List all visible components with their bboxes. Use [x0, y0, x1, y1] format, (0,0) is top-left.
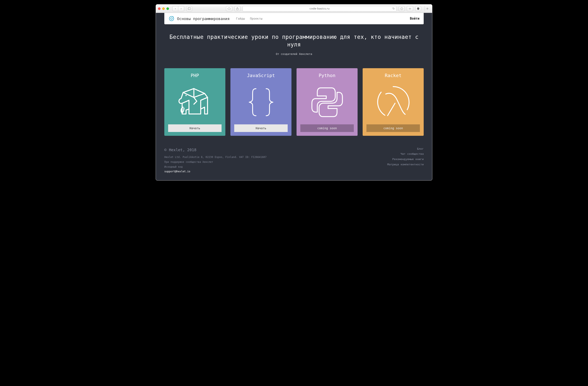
hero-subtitle: От создателей Хекслета: [168, 52, 420, 56]
svg-point-7: [171, 18, 172, 20]
page-content: Основы программирования Гайды Проекты Во…: [156, 13, 432, 180]
brand[interactable]: Основы программирования: [168, 16, 230, 21]
menu-projects[interactable]: Проекты: [250, 17, 262, 20]
hero-title: Бесплатные практические уроки по програм…: [168, 33, 420, 49]
footer-link-books[interactable]: Рекомендуемые книги: [387, 157, 424, 162]
address-bar[interactable]: code-basics.ru ↻: [242, 6, 397, 11]
footer-support-text: При поддержке сообщества Хекслет: [164, 160, 387, 164]
nav-forward-button[interactable]: ›: [178, 6, 184, 11]
python-snakes-icon: [300, 80, 354, 124]
card-js-cta[interactable]: Начать: [234, 124, 288, 132]
footer-copyright: © Hexlet, 2018: [164, 146, 387, 154]
card-php-cta[interactable]: Начать: [168, 124, 222, 132]
new-tab-button[interactable]: +: [424, 6, 430, 11]
reload-icon[interactable]: ↻: [392, 7, 395, 10]
adblock-button[interactable]: [415, 6, 421, 11]
card-php-title: PHP: [191, 73, 199, 78]
site-menu: Гайды Проекты: [236, 17, 262, 20]
browser-window: ‹ › code-basics.ru ↻ +: [156, 4, 432, 181]
card-py-title: Python: [319, 73, 336, 78]
hero: Бесплатные практические уроки по програм…: [156, 24, 432, 58]
card-racket[interactable]: Racket coming soon: [363, 68, 424, 136]
nav-back-forward: ‹ ›: [172, 6, 184, 11]
sidebar-toggle-button[interactable]: [186, 6, 192, 11]
menu-guides[interactable]: Гайды: [236, 17, 245, 20]
svg-point-5: [401, 9, 402, 9]
card-php[interactable]: PHP Начать: [164, 68, 225, 136]
share-button[interactable]: [234, 6, 240, 11]
cards-grid: PHP Начать JavaScript: [156, 58, 432, 144]
footer-link-chat[interactable]: Чат сообщества: [387, 151, 424, 157]
brand-title: Основы программирования: [177, 17, 230, 21]
site-footer: © Hexlet, 2018 Hexlet Ltd. Puolikkotie 8…: [156, 144, 432, 180]
reader-button[interactable]: [399, 6, 405, 11]
card-py-cta: coming soon: [300, 124, 354, 132]
site-nav: Основы программирования Гайды Проекты Во…: [164, 13, 424, 24]
footer-source-link[interactable]: Исходный код: [164, 164, 387, 169]
login-link[interactable]: Войти: [410, 17, 420, 20]
footer-right: Блог Чат сообщества Рекомендуемые книги …: [387, 146, 424, 174]
window-maximize-button[interactable]: [167, 7, 169, 10]
nav-back-button[interactable]: ‹: [172, 6, 178, 11]
racket-lambda-icon: [366, 80, 420, 124]
card-javascript[interactable]: JavaScript Начать: [231, 68, 292, 136]
address-bar-url: code-basics.ru: [310, 7, 330, 10]
window-controls: [158, 7, 169, 10]
footer-link-blog[interactable]: Блог: [387, 146, 424, 152]
footer-address: Hexlet Ltd. Puolikkotie 8, 02230 Espoo, …: [164, 155, 387, 160]
svg-point-8: [186, 95, 187, 96]
footer-link-matrix[interactable]: Матрица компетентности: [387, 162, 424, 167]
php-elephant-icon: [168, 80, 222, 124]
footer-email[interactable]: support@hexlet.io: [164, 170, 190, 173]
card-rkt-cta: coming soon: [366, 124, 420, 132]
javascript-braces-icon: [234, 80, 288, 124]
card-python[interactable]: Python coming soon: [296, 68, 357, 136]
card-rkt-title: Racket: [385, 73, 401, 78]
window-minimize-button[interactable]: [162, 7, 165, 10]
cloud-button[interactable]: [226, 6, 232, 11]
brand-logo-icon: [168, 16, 174, 21]
svg-rect-0: [188, 8, 191, 10]
card-js-title: JavaScript: [247, 73, 275, 78]
footer-left: © Hexlet, 2018 Hexlet Ltd. Puolikkotie 8…: [164, 146, 387, 174]
browser-titlebar: ‹ › code-basics.ru ↻ +: [156, 4, 432, 13]
extensions-button[interactable]: [407, 6, 413, 11]
window-close-button[interactable]: [158, 7, 161, 10]
